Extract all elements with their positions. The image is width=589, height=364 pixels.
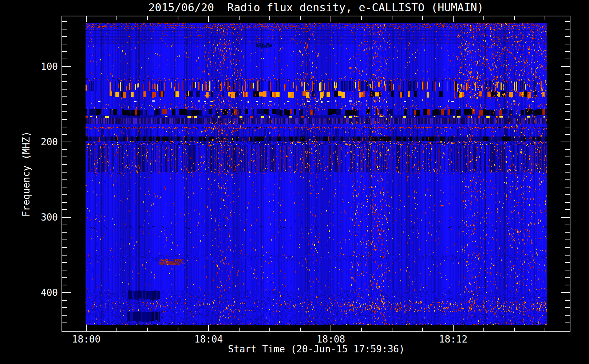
x-tick bbox=[453, 325, 454, 331]
x-tick-top bbox=[239, 16, 240, 20]
y-tick bbox=[62, 270, 67, 270]
x-tick-top bbox=[147, 16, 148, 20]
chart-title: 2015/06/20 Radio flux density, e-CALLIST… bbox=[62, 1, 570, 14]
y-tick-right bbox=[565, 232, 570, 233]
y-tick-right bbox=[565, 149, 570, 150]
y-tick-label: 100 bbox=[32, 62, 58, 71]
y-tick bbox=[62, 81, 67, 82]
y-tick bbox=[62, 96, 67, 97]
x-tick-top bbox=[178, 16, 178, 20]
y-tick-right bbox=[565, 164, 570, 165]
y-tick-right bbox=[565, 104, 570, 105]
y-tick bbox=[62, 187, 67, 187]
x-tick-label: 18:00 bbox=[61, 335, 112, 344]
x-tick bbox=[178, 328, 178, 331]
y-tick bbox=[62, 29, 67, 29]
x-tick-top bbox=[269, 16, 270, 20]
y-tick-right bbox=[565, 277, 570, 278]
x-tick-label: 18:04 bbox=[183, 335, 234, 344]
y-tick bbox=[62, 292, 71, 293]
y-tick-right bbox=[565, 194, 570, 195]
x-tick-top bbox=[208, 16, 209, 22]
y-tick-right bbox=[565, 157, 570, 157]
y-axis-title: Frequency (MHZ) bbox=[21, 131, 32, 217]
x-tick-top bbox=[453, 16, 454, 22]
x-tick bbox=[545, 328, 545, 331]
x-tick bbox=[86, 325, 87, 331]
y-tick-right bbox=[565, 74, 570, 75]
x-tick bbox=[422, 328, 423, 331]
x-tick bbox=[300, 328, 301, 331]
y-tick bbox=[62, 202, 67, 203]
y-tick bbox=[62, 255, 67, 256]
x-tick-top bbox=[422, 16, 423, 20]
x-tick bbox=[514, 328, 515, 331]
y-tick bbox=[62, 232, 67, 233]
y-tick-right bbox=[565, 29, 570, 29]
y-tick-right bbox=[565, 307, 570, 308]
y-tick bbox=[62, 74, 67, 75]
y-tick-right bbox=[565, 270, 570, 270]
spectrogram-canvas bbox=[86, 23, 547, 325]
y-tick-right bbox=[565, 119, 570, 120]
x-tick bbox=[239, 328, 240, 331]
y-tick bbox=[62, 149, 67, 150]
y-tick-right bbox=[565, 262, 570, 263]
x-tick bbox=[361, 328, 362, 331]
x-tick bbox=[208, 325, 209, 331]
y-tick-right bbox=[565, 285, 570, 285]
y-tick-right bbox=[565, 44, 570, 44]
y-tick-right bbox=[561, 292, 570, 293]
x-tick bbox=[147, 328, 148, 331]
y-tick bbox=[62, 44, 67, 44]
x-tick bbox=[116, 328, 117, 331]
y-tick bbox=[62, 179, 67, 180]
y-tick-right bbox=[565, 255, 570, 256]
x-tick-top bbox=[545, 16, 545, 20]
y-tick bbox=[62, 323, 67, 323]
y-tick bbox=[62, 104, 67, 105]
y-tick-right bbox=[565, 134, 570, 135]
y-tick bbox=[62, 225, 67, 225]
y-tick-right bbox=[565, 240, 570, 240]
y-tick-right bbox=[565, 209, 570, 210]
x-tick-top bbox=[300, 16, 301, 20]
y-tick-right bbox=[565, 187, 570, 187]
x-tick-top bbox=[483, 16, 484, 20]
y-tick bbox=[62, 119, 67, 120]
y-tick-right bbox=[565, 21, 570, 22]
y-tick bbox=[62, 127, 67, 127]
y-tick-right bbox=[561, 66, 570, 67]
x-tick bbox=[269, 328, 270, 331]
y-tick-right bbox=[565, 36, 570, 37]
y-tick-right bbox=[565, 127, 570, 127]
y-tick bbox=[62, 209, 67, 210]
y-tick bbox=[62, 59, 67, 59]
x-tick-label: 18:12 bbox=[428, 335, 479, 344]
y-tick bbox=[62, 315, 67, 316]
x-tick bbox=[483, 328, 484, 331]
y-tick bbox=[62, 66, 71, 67]
y-tick-label: 400 bbox=[32, 288, 58, 297]
y-tick bbox=[62, 285, 67, 285]
y-tick-right bbox=[561, 142, 570, 142]
y-tick bbox=[62, 277, 67, 278]
y-tick-label: 300 bbox=[32, 213, 58, 222]
x-tick-label: 18:08 bbox=[305, 335, 356, 344]
y-tick-label: 200 bbox=[32, 137, 58, 147]
y-tick-right bbox=[565, 111, 570, 112]
y-tick bbox=[62, 51, 67, 52]
y-tick bbox=[62, 307, 67, 308]
y-tick-right bbox=[565, 59, 570, 59]
x-tick-top bbox=[392, 16, 392, 20]
y-tick-right bbox=[565, 89, 570, 90]
x-tick bbox=[331, 325, 331, 331]
y-tick-right bbox=[565, 96, 570, 97]
y-tick bbox=[62, 172, 67, 173]
y-tick-right bbox=[565, 51, 570, 52]
y-tick bbox=[62, 134, 67, 135]
y-tick bbox=[62, 21, 67, 22]
y-tick bbox=[62, 217, 71, 218]
y-tick-right bbox=[565, 172, 570, 173]
y-tick-right bbox=[565, 81, 570, 82]
